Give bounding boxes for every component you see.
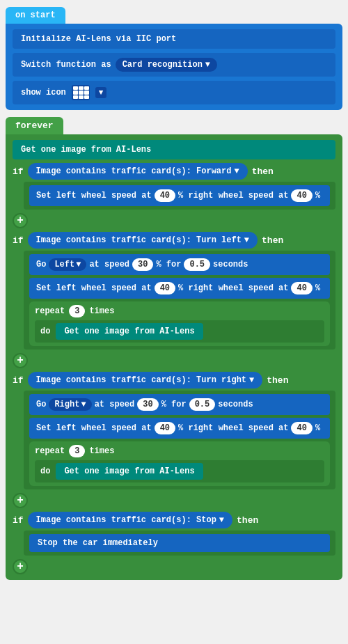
get-image-block[interactable]: Get one image from AI-Lens — [13, 140, 335, 159]
if-block-turnleft: if Image contains traffic card(s): Turn … — [13, 232, 335, 350]
if-label-4: if — [13, 515, 24, 526]
init-block[interactable]: Initialize AI-Lens via IIC port — [13, 29, 335, 49]
card-recognition-dropdown[interactable]: Card recognition ▼ — [116, 58, 217, 72]
show-icon-label: show icon — [21, 88, 66, 97]
add-btn-1[interactable]: + — [13, 213, 28, 228]
left-go-time[interactable]: 0.5 — [184, 258, 210, 271]
if-block-turnright: if Image contains traffic card(s): Turn … — [13, 372, 335, 489]
times-label-2: times — [89, 446, 114, 456]
then-label-2: then — [262, 235, 283, 246]
turnright-dropdown-icon: ▼ — [249, 375, 254, 385]
on-start-section: on start Initialize AI-Lens via IIC port… — [6, 7, 342, 110]
on-start-header: on start — [6, 7, 65, 24]
do-label-1: do — [40, 327, 50, 336]
show-icon-block[interactable]: show icon ▼ — [13, 81, 335, 104]
right-dir-arrow-icon: ▼ — [81, 400, 86, 409]
then-label-3: then — [267, 375, 288, 386]
times-label-1: times — [89, 306, 114, 316]
icon-grid-display[interactable] — [72, 85, 90, 100]
stop-dropdown-icon: ▼ — [219, 515, 224, 525]
icon-dropdown-arrow[interactable]: ▼ — [95, 87, 107, 98]
left-dir-arrow-icon: ▼ — [76, 260, 81, 269]
condition-turnright[interactable]: Image contains traffic card(s): Turn rig… — [28, 372, 263, 388]
left-speed-2[interactable]: 40 — [155, 282, 175, 294]
right-speed-1[interactable]: 40 — [291, 189, 312, 202]
stop-block[interactable]: Stop the car immediately — [29, 534, 330, 552]
get-image-repeat-2[interactable]: Get one image from AI-Lens — [56, 463, 203, 480]
get-image-repeat-1[interactable]: Get one image from AI-Lens — [56, 323, 203, 340]
repeat-label-1: repeat — [35, 306, 65, 316]
repeat-block-1: repeat 3 times do Get one image from AI-… — [29, 301, 330, 346]
right-dir-dropdown[interactable]: Right ▼ — [49, 398, 91, 411]
dropdown-arrow-icon: ▼ — [205, 60, 210, 70]
if-block-forward: if Image contains traffic card(s): Forwa… — [13, 163, 335, 210]
condition-stop[interactable]: Image contains traffic card(s): Stop ▼ — [28, 512, 232, 528]
forward-dropdown-icon: ▼ — [234, 166, 239, 176]
if-label-3: if — [13, 375, 24, 386]
left-speed-1[interactable]: 40 — [155, 189, 175, 202]
then-label-1: then — [252, 166, 274, 177]
repeat-count-1[interactable]: 3 — [69, 305, 85, 317]
condition-forward[interactable]: Image contains traffic card(s): Forward … — [28, 163, 248, 180]
add-btn-3[interactable]: + — [13, 493, 28, 508]
switch-block[interactable]: Switch function as Card recognition ▼ — [13, 53, 335, 77]
right-go-speed[interactable]: 30 — [137, 398, 158, 411]
speed-block-1[interactable]: Set left wheel speed at 40 % right wheel… — [29, 185, 330, 206]
if-label-2: if — [13, 235, 24, 246]
forever-header: forever — [6, 117, 63, 134]
switch-label: Switch function as — [21, 60, 111, 70]
speed-block-2[interactable]: Set left wheel speed at 40 % right wheel… — [29, 278, 330, 299]
speed-block-3[interactable]: Set left wheel speed at 40 % right wheel… — [29, 418, 330, 439]
if-block-stop: if Image contains traffic card(s): Stop … — [13, 512, 335, 556]
turnleft-dropdown-icon: ▼ — [244, 235, 249, 245]
right-go-time[interactable]: 0.5 — [189, 398, 216, 411]
do-label-2: do — [40, 466, 50, 476]
if-label-1: if — [13, 166, 24, 177]
repeat-label-2: repeat — [35, 446, 65, 456]
repeat-count-2[interactable]: 3 — [69, 445, 85, 457]
add-btn-2[interactable]: + — [13, 353, 28, 368]
add-btn-4[interactable]: + — [13, 559, 28, 574]
left-go-speed[interactable]: 30 — [132, 258, 153, 271]
go-block-right[interactable]: Go Right ▼ at speed 30 % for 0.5 seconds — [29, 394, 330, 415]
right-speed-3[interactable]: 40 — [291, 422, 312, 434]
go-block-left[interactable]: Go Left ▼ at speed 30 % for 0.5 seconds — [29, 254, 330, 275]
right-speed-2[interactable]: 40 — [291, 282, 312, 294]
condition-turnleft[interactable]: Image contains traffic card(s): Turn lef… — [28, 232, 258, 249]
then-label-4: then — [237, 515, 258, 526]
left-speed-3[interactable]: 40 — [155, 422, 175, 434]
repeat-block-2: repeat 3 times do Get one image from AI-… — [29, 441, 330, 486]
forever-section: forever Get one image from AI-Lens if Im… — [6, 117, 342, 580]
left-dir-dropdown[interactable]: Left ▼ — [49, 258, 86, 271]
